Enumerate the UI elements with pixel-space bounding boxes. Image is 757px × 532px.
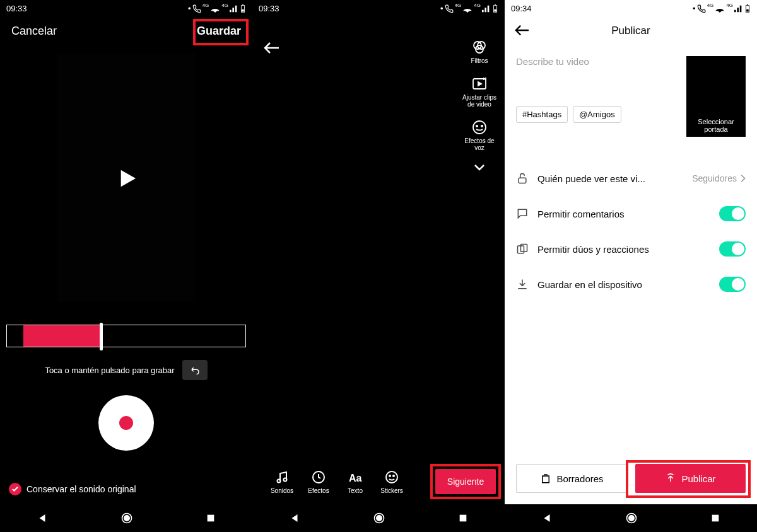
nav-home-icon[interactable]	[120, 512, 133, 524]
chip-friends[interactable]: @Amigos	[573, 106, 621, 123]
stickers-icon	[384, 470, 399, 485]
status-icons: •4G 4G	[693, 4, 751, 13]
filters-icon	[471, 39, 488, 55]
undo-icon	[189, 366, 201, 374]
tool-filtros[interactable]: Filtros	[460, 39, 499, 64]
edit-bottom-bar: Sonidos Efectos Aa Texto Stickers Siguie…	[252, 469, 505, 494]
svg-rect-25	[460, 515, 467, 522]
chevron-down-icon[interactable]	[473, 163, 486, 171]
svg-rect-32	[543, 476, 549, 483]
status-bar: 09:33 •4G 4G	[252, 0, 505, 17]
publish-actions: Borradores Publicar	[516, 464, 746, 493]
record-hint-row: Toca o mantén pulsado para grabar	[0, 360, 252, 380]
drafts-button[interactable]: Borradores	[516, 464, 628, 493]
toggle-save[interactable]	[719, 277, 746, 292]
comment-icon	[516, 207, 529, 220]
screen-voiceover: 09:33 •4G 4G Cancelar Guardar Toca o man…	[0, 0, 252, 532]
voiceover-header: Cancelar Guardar	[0, 17, 252, 45]
svg-point-15	[481, 125, 483, 127]
svg-rect-1	[242, 9, 244, 11]
nav-home-icon[interactable]	[625, 512, 638, 524]
nav-recents-icon[interactable]	[458, 513, 468, 523]
publish-icon	[665, 473, 676, 484]
text-icon: Aa	[348, 470, 363, 485]
svg-rect-7	[494, 9, 496, 11]
status-time: 09:33	[259, 4, 279, 13]
android-nav	[252, 504, 505, 532]
effects-icon	[311, 470, 326, 485]
video-preview[interactable]	[57, 54, 196, 303]
svg-point-16	[278, 480, 281, 483]
select-cover[interactable]: Seleccionar portada	[686, 56, 746, 137]
svg-point-13	[473, 121, 486, 134]
screen-publish: 09:34 •4G 4G Publicar Describe tu video …	[505, 0, 757, 532]
toggle-comments[interactable]	[719, 206, 746, 221]
svg-point-21	[389, 475, 390, 477]
opt-comments[interactable]: Permitir comentarios	[516, 196, 746, 231]
nav-recents-icon[interactable]	[710, 513, 720, 523]
check-icon	[11, 486, 19, 492]
tool-texto[interactable]: Aa Texto	[337, 470, 373, 494]
play-icon	[114, 166, 139, 191]
publish-button[interactable]: Publicar	[635, 464, 746, 493]
svg-rect-27	[746, 9, 749, 11]
svg-point-4	[124, 516, 129, 521]
status-icons: •4G 4G	[188, 4, 246, 13]
screen-edit: 09:33 •4G 4G Filtros Ajustar clips de vi…	[252, 0, 505, 532]
status-time: 09:33	[6, 4, 27, 13]
opt-privacy[interactable]: Quién puede ver este vi... Seguidores	[516, 161, 746, 196]
back-button[interactable]	[513, 23, 530, 37]
nav-back-icon[interactable]	[37, 512, 48, 524]
keep-sound-checkbox[interactable]	[9, 483, 21, 495]
status-icons: •4G 4G	[440, 4, 498, 13]
nav-recents-icon[interactable]	[206, 513, 216, 523]
record-button[interactable]	[98, 395, 154, 451]
tool-ajustar-clips[interactable]: Ajustar clips de video	[460, 76, 499, 108]
duet-icon	[516, 243, 529, 255]
keep-sound-row[interactable]: Conservar el sonido original	[9, 483, 136, 495]
nav-back-icon[interactable]	[289, 512, 300, 524]
tool-efectos-voz[interactable]: Efectos de voz	[460, 119, 499, 151]
toggle-duets[interactable]	[719, 241, 746, 257]
keep-sound-label: Conservar el sonido original	[26, 484, 136, 494]
svg-point-22	[393, 475, 394, 477]
status-bar: 09:33 •4G 4G	[0, 0, 252, 17]
nav-home-icon[interactable]	[373, 512, 385, 524]
voice-effects-icon	[471, 119, 488, 136]
android-nav	[0, 504, 252, 532]
svg-point-24	[377, 516, 382, 521]
adjust-clips-icon	[471, 76, 488, 92]
opt-save-device[interactable]: Guardar en el dispositivo	[516, 267, 746, 302]
chip-hashtags[interactable]: #Hashtags	[516, 106, 568, 123]
back-button[interactable]	[262, 40, 280, 55]
svg-rect-28	[747, 4, 748, 6]
opt-duets[interactable]: Permitir dúos y reacciones	[516, 231, 746, 267]
edit-side-tools: Filtros Ajustar clips de video Efectos d…	[460, 39, 499, 171]
nav-back-icon[interactable]	[541, 512, 553, 524]
status-time: 09:34	[511, 4, 532, 13]
svg-rect-8	[495, 4, 496, 6]
svg-point-14	[476, 125, 478, 127]
save-button[interactable]: Guardar	[197, 25, 241, 38]
svg-point-17	[284, 478, 287, 482]
description-input[interactable]: Describe tu video	[516, 56, 676, 67]
record-hint: Toca o mantén pulsado para grabar	[45, 366, 174, 375]
svg-rect-5	[208, 515, 214, 522]
cancel-button[interactable]: Cancelar	[11, 25, 57, 38]
next-button[interactable]: Siguiente	[435, 469, 496, 494]
svg-rect-29	[519, 178, 526, 183]
svg-rect-2	[242, 4, 244, 6]
chevron-right-icon	[739, 174, 746, 183]
download-icon	[516, 278, 529, 291]
tool-sonidos[interactable]: Sonidos	[264, 470, 300, 494]
android-nav	[505, 504, 757, 532]
svg-point-20	[386, 471, 397, 483]
svg-rect-35	[712, 515, 719, 522]
undo-button[interactable]	[182, 360, 208, 380]
page-title: Publicar	[611, 25, 650, 37]
lock-open-icon	[516, 172, 529, 185]
publish-header: Publicar	[505, 17, 757, 45]
tool-efectos[interactable]: Efectos	[300, 470, 337, 494]
audio-track[interactable]	[6, 325, 246, 347]
tool-stickers[interactable]: Stickers	[373, 470, 410, 494]
